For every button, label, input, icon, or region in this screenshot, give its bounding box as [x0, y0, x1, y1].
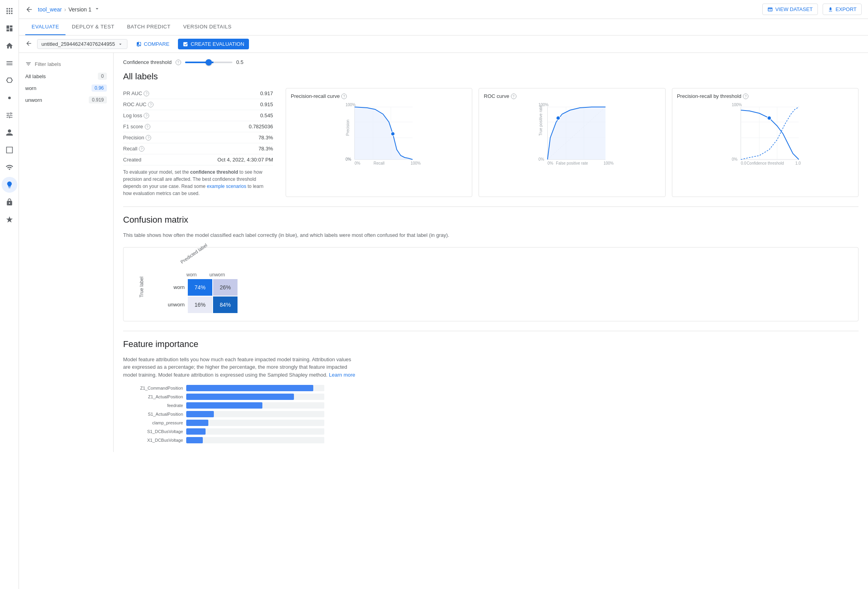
svg-text:True positive rate: True positive rate [539, 105, 543, 136]
square-icon[interactable] [2, 142, 17, 158]
breadcrumb-sep: › [64, 6, 66, 13]
bar-outer-0 [186, 385, 324, 391]
tab-bar: EVALUATE DEPLOY & TEST BATCH PREDICT VER… [19, 19, 868, 36]
wifi-icon[interactable] [2, 159, 17, 175]
svg-text:100%: 100% [604, 161, 614, 165]
sub-back-button[interactable] [25, 40, 32, 48]
breadcrumb: tool_wear › Version 1 [38, 6, 100, 13]
pr-curve-help[interactable]: ? [341, 94, 347, 99]
version-selector[interactable]: untitled_2594462474076244955 [37, 39, 127, 49]
bar-outer-3 [186, 411, 324, 417]
true-label-header: True label [139, 276, 144, 297]
bar-inner-5 [186, 428, 206, 435]
roc-curve-dot[interactable] [556, 116, 560, 120]
main-content: Confidence threshold ? 0.5 All labels PR… [114, 53, 868, 452]
create-evaluation-button[interactable]: CREATE EVALUATION [178, 39, 249, 49]
feature-description: Model feature attribution tells you how … [123, 356, 360, 379]
filter-row [19, 58, 113, 70]
grid-icon[interactable] [2, 3, 17, 19]
precision-recall-chart: Precision-recall curve ? 100% 0% [286, 88, 472, 197]
roc-auc-help[interactable]: ? [148, 102, 153, 107]
confidence-slider[interactable] [185, 62, 232, 63]
recall-help[interactable]: ? [139, 146, 144, 152]
svg-text:0%: 0% [731, 157, 737, 161]
list-icon[interactable] [2, 55, 17, 71]
svg-text:0%: 0% [548, 161, 554, 165]
tab-version-details[interactable]: VERSION DETAILS [177, 19, 238, 35]
matrix-rows: worn 74% 26% unworn 16% [163, 279, 238, 313]
pr-auc-help[interactable]: ? [144, 91, 149, 96]
tab-batch[interactable]: BATCH PREDICT [121, 19, 177, 35]
bar-row-2: feedrate [123, 402, 859, 409]
filter-input[interactable] [35, 61, 101, 67]
pr-threshold-help[interactable]: ? [743, 94, 748, 99]
sparkle-icon[interactable] [2, 212, 17, 227]
metric-row-log-loss: Log loss ? 0.545 [123, 110, 273, 121]
matrix-row-worn: worn 74% 26% [163, 279, 238, 296]
log-loss-help[interactable]: ? [144, 113, 149, 118]
bar-inner-3 [186, 411, 214, 417]
compare-button[interactable]: COMPARE [132, 39, 174, 49]
pr-threshold-dot[interactable] [767, 116, 771, 120]
bar-inner-6 [186, 437, 203, 443]
pr-threshold-chart: Precision-recall by threshold ? 100% 0% [672, 88, 859, 197]
cell-unworn-worn: 16% [188, 296, 212, 313]
top-nav: tool_wear › Version 1 VIEW DATASET EXPOR… [19, 0, 868, 19]
confidence-help-icon[interactable]: ? [176, 60, 181, 65]
content-area: All labels 0 worn 0.96 unworn 0.919 Conf… [19, 53, 868, 452]
confusion-matrix-wrapper: Predicted label worn unworn True label [123, 247, 859, 321]
dashboard-icon[interactable] [2, 21, 17, 36]
metric-row-pr-auc: PR AUC ? 0.917 [123, 88, 273, 99]
lock-icon[interactable] [2, 194, 17, 210]
svg-text:Precision: Precision [346, 120, 350, 136]
f1-help[interactable]: ? [145, 124, 150, 129]
bar-row-6: X1_DCBusVoltage [123, 437, 859, 443]
bar-inner-0 [186, 385, 313, 391]
dot-icon[interactable] [2, 90, 17, 106]
confidence-value: 0.5 [236, 59, 243, 65]
svg-text:100%: 100% [731, 103, 742, 107]
label-item-all[interactable]: All labels 0 [19, 70, 113, 82]
pr-curve-dot[interactable] [391, 132, 395, 136]
lightbulb-icon[interactable] [2, 177, 17, 193]
bar-inner-4 [186, 420, 208, 426]
bar-row-0: Z1_CommandPosition [123, 385, 859, 391]
example-scenarios-link[interactable]: example scenarios [207, 184, 246, 189]
hexagon-icon[interactable] [2, 73, 17, 88]
svg-text:0.0: 0.0 [741, 161, 746, 165]
tune-icon[interactable] [2, 107, 17, 123]
roc-curve-help[interactable]: ? [511, 94, 516, 99]
export-button[interactable]: EXPORT [823, 4, 862, 15]
cell-worn-worn: 74% [188, 279, 212, 296]
label-item-unworn[interactable]: unworn 0.919 [19, 94, 113, 106]
svg-text:100%: 100% [346, 103, 356, 107]
home-icon[interactable] [2, 38, 17, 54]
svg-text:1.0: 1.0 [795, 161, 801, 165]
version-dropdown[interactable] [94, 6, 100, 13]
feature-title: Feature importance [123, 339, 859, 349]
learn-more-link[interactable]: Learn more [329, 372, 355, 378]
tab-deploy[interactable]: DEPLOY & TEST [65, 19, 121, 35]
project-name[interactable]: tool_wear [38, 6, 62, 13]
metric-row-roc-auc: ROC AUC ? 0.915 [123, 99, 273, 110]
view-dataset-button[interactable]: VIEW DATASET [762, 4, 818, 15]
confusion-description: This table shows how often the model cla… [123, 231, 859, 239]
col-header-unworn: unworn [204, 272, 230, 278]
svg-text:0%: 0% [539, 157, 544, 161]
feature-bar-chart: Z1_CommandPosition Z1_ActualPosition fee… [123, 385, 859, 443]
svg-text:Confidence threshold: Confidence threshold [746, 161, 784, 165]
charts-row: Precision-recall curve ? 100% 0% [286, 88, 859, 197]
confusion-title: Confusion matrix [123, 215, 859, 225]
svg-text:0%: 0% [355, 161, 361, 165]
matrix-row-unworn: unworn 16% 84% [163, 296, 238, 313]
sub-header: untitled_2594462474076244955 COMPARE CRE… [19, 36, 868, 53]
label-item-worn[interactable]: worn 0.96 [19, 82, 113, 94]
tab-evaluate[interactable]: EVALUATE [25, 19, 65, 35]
precision-help[interactable]: ? [146, 135, 151, 141]
bar-inner-1 [186, 394, 294, 400]
metric-row-recall: Recall ? 78.3% [123, 143, 273, 154]
person-icon[interactable] [2, 125, 17, 141]
back-button[interactable] [25, 6, 33, 13]
svg-text:100%: 100% [411, 161, 421, 165]
metrics-description: To evaluate your model, set the confiden… [123, 169, 273, 197]
